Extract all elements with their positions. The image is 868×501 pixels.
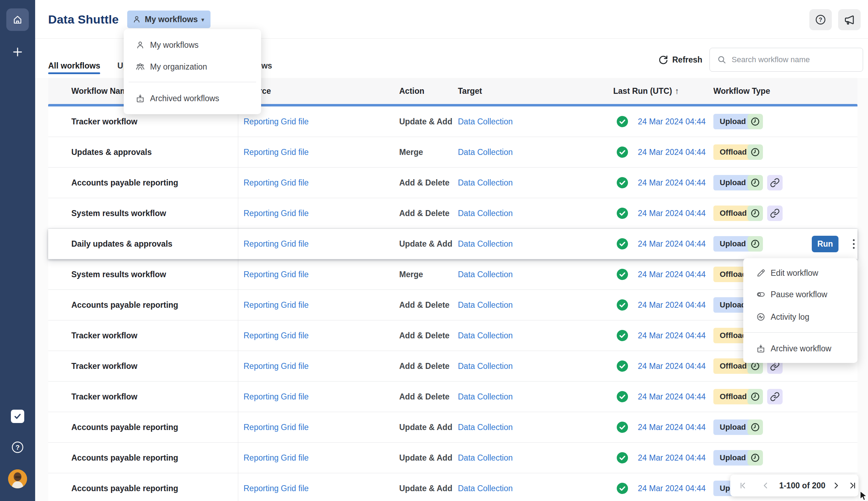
success-check-icon (617, 330, 628, 341)
source-link[interactable]: Reporting Grid file (244, 117, 309, 126)
workflow-name: Accounts payable reporting (71, 178, 178, 188)
success-check-icon (617, 299, 628, 311)
source-link[interactable]: Reporting Grid file (244, 270, 309, 279)
create-new-button[interactable] (12, 47, 23, 57)
workflow-scope-button[interactable]: My workflows ▾ (127, 11, 210, 28)
search-icon (717, 55, 727, 65)
target-link[interactable]: Data Collection (458, 117, 513, 126)
last-run-link[interactable]: 24 Mar 2024 04:44 (638, 392, 706, 402)
person-icon (132, 15, 141, 24)
last-run-link[interactable]: 24 Mar 2024 04:44 (638, 423, 706, 432)
table-row[interactable]: System results workflowReporting Grid fi… (48, 198, 857, 229)
table-row[interactable]: Daily updates & approvalsReporting Grid … (48, 229, 857, 259)
activity-icon (756, 312, 766, 322)
table-row[interactable]: Accounts payable reportingReporting Grid… (48, 443, 857, 473)
success-check-icon (617, 238, 628, 249)
table-row[interactable]: Accounts payable reportingReporting Grid… (48, 168, 857, 198)
workflow-name: Tracker workflow (71, 362, 137, 371)
menu-item-archived-workflows[interactable]: Archived workflows (124, 89, 261, 108)
menu-item-my-organization[interactable]: My organization (124, 57, 261, 77)
last-run-link[interactable]: 24 Mar 2024 04:44 (638, 148, 706, 157)
table-row[interactable]: Updates & approvalsReporting Grid fileMe… (48, 137, 857, 168)
target-link[interactable]: Data Collection (458, 362, 513, 371)
last-run-link[interactable]: 24 Mar 2024 04:44 (638, 178, 706, 188)
source-link[interactable]: Reporting Grid file (244, 484, 309, 493)
menu-item-pause-workflow[interactable]: Pause workflow (743, 285, 857, 304)
source-link[interactable]: Reporting Grid file (244, 300, 309, 310)
action-value: Add & Delete (399, 362, 449, 371)
target-link[interactable]: Data Collection (458, 423, 513, 432)
archive-icon (756, 344, 766, 353)
target-link[interactable]: Data Collection (458, 453, 513, 463)
last-run-link[interactable]: 24 Mar 2024 04:44 (638, 209, 706, 218)
search-field[interactable] (710, 48, 863, 72)
search-input[interactable] (732, 55, 857, 64)
menu-item-archive-workflow[interactable]: Archive workflow (743, 339, 857, 358)
source-link[interactable]: Reporting Grid file (244, 392, 309, 402)
last-page-button[interactable] (848, 481, 857, 490)
menu-item-edit-workflow[interactable]: Edit workflow (743, 263, 857, 283)
menu-item-label: Pause workflow (771, 290, 827, 299)
refresh-button[interactable]: Refresh (658, 54, 702, 65)
page-title: Data Shuttle (48, 13, 119, 26)
table-row[interactable]: Accounts payable reportingReporting Grid… (48, 412, 857, 443)
target-link[interactable]: Data Collection (458, 331, 513, 340)
previous-page-button[interactable] (761, 481, 770, 490)
target-link[interactable]: Data Collection (458, 209, 513, 218)
user-avatar[interactable] (8, 469, 27, 488)
source-link[interactable]: Reporting Grid file (244, 239, 309, 249)
help-icon: ? (814, 13, 827, 26)
col-header-target[interactable]: Target (458, 86, 482, 96)
row-menu-kebab-icon[interactable] (847, 236, 861, 252)
last-run-link[interactable]: 24 Mar 2024 04:44 (638, 484, 706, 493)
table-row[interactable]: Tracker workflowReporting Grid fileAdd &… (48, 320, 857, 351)
menu-item-my-workflows[interactable]: My workflows (124, 35, 261, 55)
action-value: Update & Add (399, 117, 452, 126)
source-link[interactable]: Reporting Grid file (244, 148, 309, 157)
table-row[interactable]: System results workflowReporting Grid fi… (48, 259, 857, 290)
last-run-link[interactable]: 24 Mar 2024 04:44 (638, 300, 706, 310)
next-page-button[interactable] (831, 481, 841, 490)
target-link[interactable]: Data Collection (458, 178, 513, 188)
plus-icon (12, 47, 23, 57)
target-link[interactable]: Data Collection (458, 392, 513, 402)
col-header-last-run[interactable]: Last Run (UTC)↑ (613, 86, 679, 96)
menu-item-activity-log[interactable]: Activity log (743, 307, 857, 327)
run-button[interactable]: Run (812, 236, 838, 252)
last-run-link[interactable]: 24 Mar 2024 04:44 (638, 362, 706, 371)
help-button[interactable]: ? (809, 9, 832, 30)
col-header-action[interactable]: Action (399, 86, 425, 96)
source-link[interactable]: Reporting Grid file (244, 423, 309, 432)
source-link[interactable]: Reporting Grid file (244, 453, 309, 463)
target-link[interactable]: Data Collection (458, 484, 513, 493)
tasks-check-logo[interactable] (11, 410, 24, 423)
first-page-button[interactable] (738, 481, 747, 490)
table-row[interactable]: Tracker workflowReporting Grid fileAdd &… (48, 382, 857, 412)
column-divider (238, 473, 238, 501)
home-icon (12, 14, 23, 25)
table-row[interactable]: Accounts payable reportingReporting Grid… (48, 290, 857, 320)
last-run-link[interactable]: 24 Mar 2024 04:44 (638, 331, 706, 340)
menu-item-label: My workflows (150, 40, 199, 50)
col-header-workflow-name[interactable]: Workflow Name (71, 86, 132, 96)
target-link[interactable]: Data Collection (458, 300, 513, 310)
last-run-link[interactable]: 24 Mar 2024 04:44 (638, 239, 706, 249)
source-link[interactable]: Reporting Grid file (244, 178, 309, 188)
source-link[interactable]: Reporting Grid file (244, 362, 309, 371)
last-run-link[interactable]: 24 Mar 2024 04:44 (638, 117, 706, 126)
sidebar-help-button[interactable]: ? (11, 441, 24, 454)
source-link[interactable]: Reporting Grid file (244, 209, 309, 218)
target-link[interactable]: Data Collection (458, 148, 513, 157)
source-link[interactable]: Reporting Grid file (244, 331, 309, 340)
last-run-link[interactable]: 24 Mar 2024 04:44 (638, 270, 706, 279)
table-row[interactable]: Tracker workflowReporting Grid fileAdd &… (48, 351, 857, 382)
last-run-link[interactable]: 24 Mar 2024 04:44 (638, 453, 706, 463)
col-header-workflow-type[interactable]: Workflow Type (713, 86, 770, 96)
tab-all-workflows[interactable]: All workflows (48, 61, 100, 71)
column-divider (238, 443, 238, 473)
home-button[interactable] (6, 8, 29, 31)
target-link[interactable]: Data Collection (458, 239, 513, 249)
target-link[interactable]: Data Collection (458, 270, 513, 279)
action-value: Add & Delete (399, 331, 449, 340)
announcements-button[interactable] (838, 9, 861, 30)
